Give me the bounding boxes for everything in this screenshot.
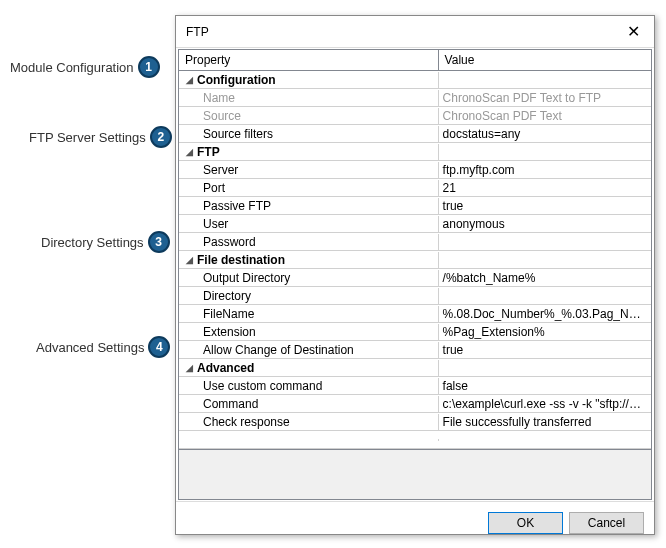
property-name: Port (203, 181, 225, 195)
property-row[interactable]: Allow Change of Destinationtrue (179, 341, 651, 359)
property-name: Command (203, 397, 258, 411)
property-row[interactable]: Port21 (179, 179, 651, 197)
annotation-number: 4 (148, 336, 170, 358)
group-label: Configuration (197, 73, 276, 87)
ftp-dialog: FTP ✕ Property Value ◢ConfigurationNameC… (175, 15, 655, 535)
property-name: Source (203, 109, 241, 123)
property-row[interactable]: Passive FTPtrue (179, 197, 651, 215)
property-value: ChronoScan PDF Text to FTP (439, 90, 651, 106)
group-header[interactable]: ◢FTP (179, 143, 651, 161)
annotation-label: Advanced Settings (36, 340, 144, 355)
property-row[interactable]: Commandc:\example\curl.exe -ss -v -k "sf… (179, 395, 651, 413)
header-property: Property (179, 50, 439, 70)
property-value[interactable]: true (439, 198, 651, 214)
property-row[interactable]: Useranonymous (179, 215, 651, 233)
property-row[interactable]: Output Directory/%batch_Name% (179, 269, 651, 287)
annotation-label: Directory Settings (41, 235, 144, 250)
property-name: Passive FTP (203, 199, 271, 213)
property-row[interactable]: NameChronoScan PDF Text to FTP (179, 89, 651, 107)
property-value[interactable] (439, 241, 651, 243)
property-row[interactable]: Serverftp.myftp.com (179, 161, 651, 179)
property-row[interactable]: Check responseFile successfully transfer… (179, 413, 651, 431)
chevron-down-icon[interactable]: ◢ (183, 147, 195, 157)
group-label: File destination (197, 253, 285, 267)
cancel-button[interactable]: Cancel (569, 512, 644, 534)
property-name: Use custom command (203, 379, 322, 393)
ok-button[interactable]: OK (488, 512, 563, 534)
annotation-callout: Directory Settings3 (41, 231, 170, 253)
property-row[interactable]: Directory (179, 287, 651, 305)
property-value[interactable]: 21 (439, 180, 651, 196)
group-label: FTP (197, 145, 220, 159)
property-name: Check response (203, 415, 290, 429)
property-value[interactable]: false (439, 378, 651, 394)
property-value[interactable]: docstatus=any (439, 126, 651, 142)
property-row[interactable]: FileName%.08.Doc_Number%_%.03.Pag_Number… (179, 305, 651, 323)
property-name: Extension (203, 325, 256, 339)
property-value[interactable] (439, 295, 651, 297)
property-value[interactable]: anonymous (439, 216, 651, 232)
property-name: FileName (203, 307, 254, 321)
property-value: ChronoScan PDF Text (439, 108, 651, 124)
property-name: Output Directory (203, 271, 290, 285)
property-row[interactable]: Password (179, 233, 651, 251)
annotation-number: 3 (148, 231, 170, 253)
annotation-number: 1 (138, 56, 160, 78)
property-name: Password (203, 235, 256, 249)
annotation-label: Module Configuration (10, 60, 134, 75)
property-value[interactable]: File successfully transferred (439, 414, 651, 430)
property-value[interactable]: c:\example\curl.exe -ss -v -k "sftp://%f… (439, 396, 651, 412)
property-row[interactable]: SourceChronoScan PDF Text (179, 107, 651, 125)
chevron-down-icon[interactable]: ◢ (183, 75, 195, 85)
annotation-callout: FTP Server Settings2 (29, 126, 172, 148)
dialog-title: FTP (186, 25, 209, 39)
empty-row (179, 431, 651, 449)
property-value[interactable]: %.08.Doc_Number%_%.03.Pag_Number%_of... (439, 306, 651, 322)
group-header[interactable]: ◢File destination (179, 251, 651, 269)
dialog-buttons: OK Cancel (176, 501, 654, 544)
property-name: Name (203, 91, 235, 105)
property-grid: Property Value ◢ConfigurationNameChronoS… (178, 49, 652, 500)
annotation-callout: Module Configuration1 (10, 56, 160, 78)
grid-header: Property Value (179, 50, 651, 71)
header-value: Value (439, 50, 651, 70)
grid-body: ◢ConfigurationNameChronoScan PDF Text to… (179, 71, 651, 449)
property-name: Directory (203, 289, 251, 303)
property-name: User (203, 217, 228, 231)
annotation-callout: Advanced Settings4 (36, 336, 170, 358)
property-value[interactable]: %Pag_Extension% (439, 324, 651, 340)
property-value[interactable]: ftp.myftp.com (439, 162, 651, 178)
group-header[interactable]: ◢Configuration (179, 71, 651, 89)
annotation-label: FTP Server Settings (29, 130, 146, 145)
property-row[interactable]: Use custom commandfalse (179, 377, 651, 395)
chevron-down-icon[interactable]: ◢ (183, 363, 195, 373)
property-row[interactable]: Source filtersdocstatus=any (179, 125, 651, 143)
annotation-number: 2 (150, 126, 172, 148)
group-header[interactable]: ◢Advanced (179, 359, 651, 377)
group-label: Advanced (197, 361, 254, 375)
property-name: Server (203, 163, 238, 177)
grid-description-area (179, 449, 651, 499)
property-value[interactable]: /%batch_Name% (439, 270, 651, 286)
property-row[interactable]: Extension%Pag_Extension% (179, 323, 651, 341)
chevron-down-icon[interactable]: ◢ (183, 255, 195, 265)
property-value[interactable]: true (439, 342, 651, 358)
property-name: Source filters (203, 127, 273, 141)
titlebar: FTP ✕ (176, 16, 654, 48)
property-name: Allow Change of Destination (203, 343, 354, 357)
close-icon[interactable]: ✕ (623, 22, 644, 41)
